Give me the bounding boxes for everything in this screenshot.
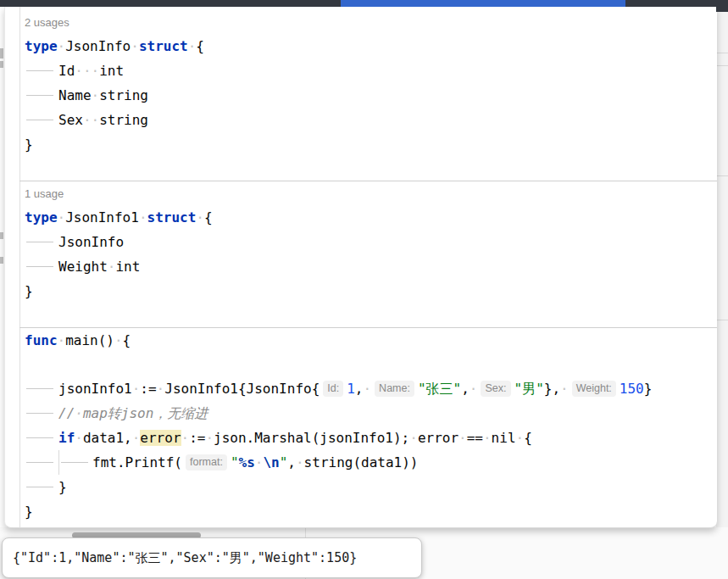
inlay-hint[interactable]: format: (186, 454, 227, 470)
tab-whitespace (25, 450, 58, 475)
whitespace-dot: · (157, 381, 165, 397)
code-token: JsonInfo (58, 234, 124, 250)
code-line[interactable]: } (25, 279, 717, 303)
left-strip-mark (0, 257, 3, 264)
code-token: ·JsonInfo· (58, 38, 139, 54)
code-token: Id···int (58, 63, 124, 79)
code-line[interactable]: Weight·int (25, 254, 717, 279)
code-token: ,·string(data1)) (287, 454, 418, 470)
code-token: if (58, 430, 75, 446)
blank-line (25, 157, 717, 181)
whitespace-dot: · (92, 87, 100, 103)
code-token: } (644, 381, 653, 397)
code-token: } (25, 136, 33, 153)
code-line[interactable]: Sex··string (25, 108, 717, 132)
code-line[interactable]: //·map转json，无缩进 (25, 401, 717, 426)
whitespace-dot: · (196, 209, 204, 225)
tab-whitespace (25, 230, 58, 254)
code-line[interactable]: } (25, 499, 717, 524)
code-token: struct (147, 209, 197, 225)
code-token: ·data1,· (75, 430, 140, 446)
whitespace-dot: · (114, 332, 123, 348)
code-token: struct (139, 38, 188, 54)
code-token: Sex··string (58, 112, 148, 128)
inlay-hint[interactable]: Sex: (481, 381, 510, 397)
whitespace-dot: · (132, 430, 141, 446)
whitespace-dot: · (83, 63, 92, 79)
inlay-hint[interactable]: Name: (375, 381, 414, 397)
code-token: ·:=·json.Marshal(jsonInfo1);·error·==·ni… (181, 430, 532, 446)
usages-label[interactable]: 2 usages (25, 10, 717, 34)
whitespace-dot: · (470, 381, 478, 397)
code-token: type (25, 38, 58, 54)
code-token: },· (544, 381, 569, 397)
code-line[interactable]: Name·string (25, 83, 717, 108)
whitespace-dot: · (255, 454, 264, 470)
tab-whitespace (25, 108, 58, 132)
code-token: " (231, 454, 239, 470)
usages-label[interactable]: 1 usage (25, 181, 717, 205)
window-topbar-active-segment[interactable] (341, 0, 625, 7)
whitespace-dot: · (92, 63, 100, 79)
code-token: } (58, 479, 67, 495)
code-token: } (25, 283, 33, 299)
code-token: · (255, 454, 264, 470)
tab-whitespace (25, 426, 58, 450)
inlay-hint[interactable]: Id: (323, 381, 343, 397)
code-line[interactable]: Id···int (25, 58, 717, 83)
code-line[interactable]: func·main()·{ (25, 328, 717, 353)
code-editor-panel[interactable]: 2 usagestype·JsonInfo·struct·{Id···intNa… (4, 7, 717, 528)
whitespace-dot: · (139, 209, 147, 225)
left-strip-mark (0, 48, 3, 58)
whitespace-dot: · (75, 405, 83, 421)
tab-whitespace (25, 401, 58, 426)
whitespace-dot: · (483, 430, 492, 446)
tab-whitespace (25, 376, 58, 401)
whitespace-dot: · (131, 38, 139, 54)
blank-line (25, 303, 717, 327)
code-token: \n (263, 454, 279, 470)
code-line[interactable]: } (25, 132, 717, 157)
output-tooltip: {"Id":1,"Name":"张三","Sex":"男","Weight":1… (2, 537, 422, 578)
code-line[interactable]: jsonInfo1·:=·JsonInfo1{JsonInfo{Id:1,·Na… (25, 376, 717, 401)
tab-whitespace (25, 475, 58, 499)
whitespace-dot: · (205, 430, 214, 446)
whitespace-dot: · (83, 112, 92, 128)
code-token: ·{ (188, 38, 204, 54)
code-token: ·main()·{ (58, 332, 131, 348)
whitespace-dot: · (108, 259, 116, 275)
code-token: jsonInfo1·:=·JsonInfo1{JsonInfo{ (58, 381, 320, 397)
whitespace-dot: · (296, 454, 304, 470)
code-line[interactable]: type·JsonInfo·struct·{ (25, 34, 717, 58)
code-line[interactable]: JsonInfo (25, 230, 717, 254)
code-token: Name·string (58, 87, 148, 103)
whitespace-dot: · (92, 112, 100, 128)
code-token: ·{ (196, 209, 212, 225)
tab-whitespace (25, 58, 58, 83)
code-token: %s (239, 454, 255, 470)
whitespace-dot: · (132, 381, 141, 397)
code-token: "男" (514, 381, 544, 397)
code-token: 1 (347, 381, 355, 397)
output-json-text: {"Id":1,"Name":"张三","Sex":"男","Weight":1… (3, 550, 357, 566)
gutter-separator (19, 7, 20, 527)
code-line[interactable]: fmt.Printf(format:"%s·\n",·string(data1)… (25, 450, 717, 475)
code-token: fmt.Printf( (92, 454, 182, 470)
code-token: ·JsonInfo1· (58, 209, 147, 225)
code-line[interactable]: } (25, 475, 717, 499)
code-token[interactable]: error (140, 430, 181, 446)
tab-whitespace (25, 83, 58, 108)
left-strip-mark (0, 61, 3, 68)
whitespace-dot: · (516, 430, 525, 446)
code-token: ,· (461, 381, 477, 397)
blank-line (25, 353, 717, 376)
whitespace-dot: · (181, 430, 190, 446)
whitespace-dot: · (75, 63, 83, 79)
whitespace-dot: · (409, 430, 418, 446)
inlay-hint[interactable]: Weight: (572, 381, 616, 397)
code-token: 150 (620, 381, 644, 397)
code-line[interactable]: if·data1,·error·:=·json.Marshal(jsonInfo… (25, 426, 717, 450)
code-line[interactable]: type·JsonInfo1·struct·{ (25, 205, 717, 230)
code-token: type (25, 209, 58, 225)
page-right-strip (716, 7, 728, 527)
